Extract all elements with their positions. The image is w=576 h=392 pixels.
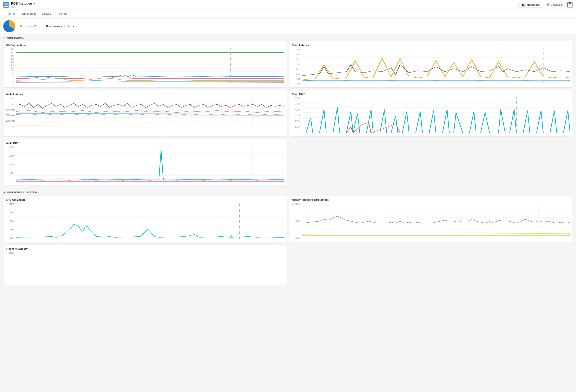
write-latency-inner	[16, 97, 284, 128]
monitoring-section-header[interactable]: MONITORING	[3, 34, 573, 41]
read-iops-svg	[302, 97, 570, 134]
write-latency-card: Write Latency 1.2ms 1ms 300000ns 200000n…	[3, 90, 287, 136]
svg-point-4	[548, 4, 549, 4]
monitoring-section-label: MONITORING	[7, 37, 24, 39]
read-latency-svg	[302, 48, 570, 85]
tab-resources[interactable]: Resources	[19, 10, 39, 18]
write-latency-chart: 1.2ms 1ms 300000ns 200000ns 100000ns 0ns	[6, 97, 284, 128]
app-icon	[3, 2, 9, 8]
header-title-group: RDS Instance ▾ aws/	[11, 2, 35, 8]
db-connections-card: DB Connections ··· 220 200 180 160 140 1…	[3, 41, 287, 88]
read-latency-chart: 7ms 6ms 5ms 4ms 3ms 2ms 1ms 0ns	[292, 48, 570, 85]
write-latency-title: Write Latency	[6, 93, 284, 96]
graphlink-label: GraphLink	[550, 3, 563, 6]
write-latency-svg	[16, 97, 284, 128]
resources-button[interactable]: 11 Resources	[518, 2, 542, 8]
monitoring-section: MONITORING DB Connections ··· 220 200 18…	[0, 34, 576, 189]
write-iops-chart: 8.00K 6.00K 4.00K 2.00K 0	[6, 146, 284, 183]
top-bar: observe-o2 observe-prod 2 ●	[0, 19, 576, 34]
monitoring-system-section-label: MONITORING - SYSTEM	[7, 191, 37, 194]
cpu-utilization-card: CPU Utilization 100% 90% 80% 70% 60%	[3, 196, 287, 242]
monitoring-charts-grid: DB Connections ··· 220 200 180 160 140 1…	[3, 41, 573, 185]
cpu-utilization-y-axis: 100% 90% 80% 70% 60%	[6, 203, 15, 239]
freeable-memory-chart: 18GB	[6, 252, 284, 282]
cpu-utilization-svg	[16, 203, 284, 239]
header-right: 11 Resources GraphLink	[518, 2, 573, 8]
graphlink-icon	[546, 3, 549, 6]
network-receive-title: Network Receive Throughput	[292, 198, 570, 201]
cpu-utilization-inner	[16, 203, 284, 239]
vertical-divider	[41, 21, 41, 31]
db-connections-chart: 220 200 180 160 140 120 100 80 60 40 20 …	[6, 48, 284, 85]
freeable-memory-inner	[16, 252, 284, 282]
read-iops-chart: 60.0K 50.0K 40.0K 30.0K 20.0K 10.0K 0	[292, 97, 570, 134]
tab-boards[interactable]: Boards	[3, 10, 19, 18]
export-button[interactable]	[567, 2, 573, 8]
network-receive-svg	[302, 203, 570, 239]
read-latency-title: Read Latency	[292, 44, 570, 47]
observe-prod-badge: 2	[67, 25, 71, 28]
observe-prod-indicator: ●	[73, 25, 74, 28]
monitoring-system-section: MONITORING - SYSTEM CPU Utilization 100%…	[0, 189, 576, 288]
legend-label-o2: observe-o2	[24, 25, 36, 28]
svg-rect-0	[4, 3, 9, 3]
legend-dot-prod	[46, 25, 48, 27]
db-connections-inner	[16, 48, 284, 85]
freeable-memory-card: Freeable Memory 18GB	[3, 245, 287, 285]
monitoring-system-charts-grid: CPU Utilization 100% 90% 80% 70% 60%	[3, 196, 573, 285]
graphlink-button[interactable]: GraphLink	[544, 2, 565, 7]
legend-dot-o2	[20, 25, 22, 27]
legend-item-observe-o2: observe-o2	[20, 25, 36, 28]
resources-label: Resources	[527, 3, 540, 6]
svg-line-6	[547, 4, 548, 5]
network-receive-chart: 1.20M 800K 400K B/s	[292, 203, 570, 239]
page-title: RDS Instance	[11, 2, 32, 5]
cpu-utilization-chart: 100% 90% 80% 70% 60%	[6, 203, 284, 239]
write-iops-title: Write IOPS	[6, 142, 284, 145]
read-latency-inner	[302, 48, 570, 85]
pie-area	[3, 20, 15, 32]
write-iops-inner	[16, 146, 284, 183]
network-receive-card: Network Receive Throughput 1.20M 800K 40…	[289, 196, 573, 242]
db-connections-svg	[16, 48, 284, 85]
observe-prod-group: observe-prod 2 ●	[46, 25, 74, 28]
observe-prod-label: observe-prod	[49, 25, 65, 28]
nav-tabs: Boards Resources Activity Related	[0, 10, 576, 19]
export-icon	[567, 2, 573, 7]
app-header: RDS Instance ▾ aws/ 11 Resources GraphLi…	[0, 0, 576, 10]
title-dropdown-icon[interactable]: ▾	[33, 2, 35, 5]
db-connections-y-axis: 220 200 180 160 140 120 100 80 60 40 20 …	[6, 48, 15, 85]
header-left: RDS Instance ▾ aws/	[3, 2, 35, 8]
read-latency-card: Read Latency 7ms 6ms 5ms 4ms 3ms 2ms 1ms…	[289, 41, 573, 88]
read-latency-y-axis: 7ms 6ms 5ms 4ms 3ms 2ms 1ms 0ns	[292, 48, 301, 85]
write-latency-y-axis: 1.2ms 1ms 300000ns 200000ns 100000ns 0ns	[6, 97, 15, 128]
network-receive-y-axis: 1.20M 800K 400K	[292, 203, 301, 239]
network-receive-unit: B/s	[292, 204, 295, 206]
svg-rect-2	[4, 6, 9, 7]
svg-point-3	[547, 4, 547, 5]
network-receive-inner	[302, 203, 570, 239]
pie-chart	[3, 20, 15, 32]
monitoring-system-chevron-icon	[3, 192, 5, 193]
db-connections-menu[interactable]: ···	[281, 43, 285, 47]
monitoring-system-section-header[interactable]: MONITORING - SYSTEM	[3, 189, 573, 196]
write-iops-y-axis: 8.00K 6.00K 4.00K 2.00K 0	[6, 146, 15, 183]
read-iops-card: Read IOPS 60.0K 50.0K 40.0K 30.0K 20.0K …	[289, 90, 573, 136]
write-iops-card: Write IOPS 8.00K 6.00K 4.00K 2.00K 0	[3, 139, 287, 185]
freeable-memory-y-axis: 18GB	[6, 252, 15, 282]
db-connections-title: DB Connections	[6, 44, 284, 47]
write-iops-svg	[16, 146, 284, 183]
svg-line-7	[547, 5, 548, 5]
page-subtitle: aws/	[11, 5, 35, 8]
read-iops-y-axis: 60.0K 50.0K 40.0K 30.0K 20.0K 10.0K 0	[292, 97, 301, 134]
svg-rect-1	[4, 4, 9, 5]
resources-count: 11	[521, 3, 526, 6]
cpu-utilization-title: CPU Utilization	[6, 198, 284, 201]
read-iops-title: Read IOPS	[292, 93, 570, 96]
monitoring-chevron-icon	[3, 38, 5, 39]
read-iops-inner	[302, 97, 570, 134]
tab-activity[interactable]: Activity	[39, 10, 54, 18]
svg-point-5	[548, 5, 549, 6]
freeable-memory-svg	[16, 252, 284, 282]
tab-related[interactable]: Related	[55, 10, 71, 18]
